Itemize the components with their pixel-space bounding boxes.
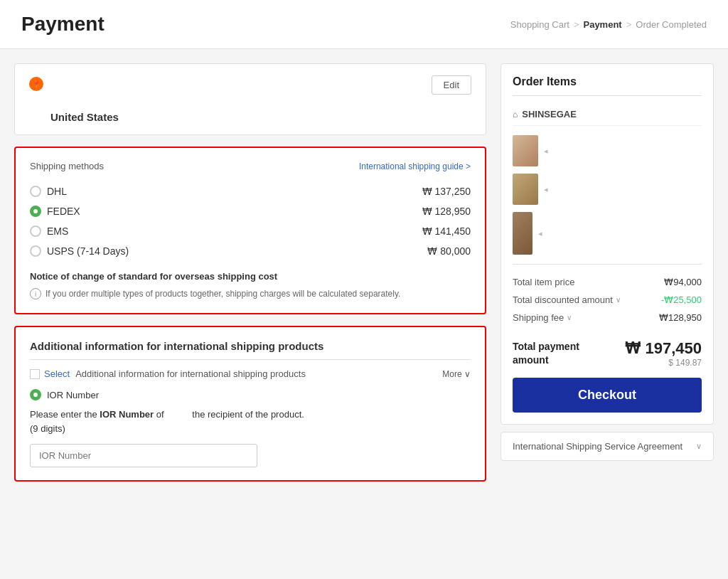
total-payment-label: Total paymentamount	[513, 340, 579, 368]
address-card: 📍 United States Edit	[14, 63, 486, 135]
price-row-total-item: Total item price ₩94,000	[513, 273, 702, 291]
page-title: Payment	[21, 13, 105, 36]
total-value-block: ₩ 197,450 $ 149.87	[625, 339, 702, 368]
select-checkbox[interactable]	[30, 369, 40, 379]
shipping-price-ems: ₩ 141,450	[422, 225, 471, 237]
product-thumb-2	[513, 174, 538, 205]
edit-button[interactable]: Edit	[432, 75, 471, 95]
notice-text: Notice of change of standard for oversea…	[30, 271, 471, 282]
additional-info-box: Additional information for international…	[14, 326, 486, 482]
ior-input[interactable]	[30, 444, 257, 467]
price-section: Total item price ₩94,000 Total discounte…	[513, 273, 702, 326]
select-label: Select	[44, 368, 70, 379]
price-row-discount: Total discounted amount ∨ -₩25,500	[513, 291, 702, 309]
address-left: 📍 United States	[29, 75, 119, 123]
shipping-label: Shipping methods	[30, 161, 104, 171]
shipping-option-fedex[interactable]: FEDEX ₩ 128,950	[30, 201, 471, 221]
shipping-fee-value: ₩128,950	[659, 312, 702, 323]
breadcrumb-shopping-cart[interactable]: Shopping Cart	[510, 19, 569, 30]
ior-option: IOR Number	[30, 389, 471, 400]
total-payment-row: Total paymentamount ₩ 197,450 $ 149.87	[513, 334, 702, 368]
shipping-option-dhl[interactable]: DHL ₩ 137,250	[30, 181, 471, 201]
ior-label: IOR Number	[47, 390, 99, 400]
total-usd: $ 149.87	[625, 358, 702, 368]
shipping-name-fedex: FEDEX	[47, 206, 80, 217]
total-krw: ₩ 197,450	[625, 339, 702, 358]
page-header: Payment Shopping Cart > Payment > Order …	[0, 0, 728, 49]
breadcrumb-order-completed[interactable]: Order Completed	[636, 19, 707, 30]
product-tick-1: ◂	[544, 147, 548, 156]
shipping-name-ems: EMS	[47, 225, 68, 237]
location-icon: 📍	[29, 77, 43, 91]
info-row: i If you order multiple types of product…	[30, 287, 471, 300]
product-thumb-3	[513, 212, 532, 255]
shipping-fee-label: Shipping fee ∨	[513, 312, 572, 323]
info-icon: i	[30, 288, 41, 299]
product-row-2: ◂	[513, 170, 702, 208]
total-discount-value: -₩25,500	[661, 294, 702, 305]
shipping-agreement[interactable]: International Shipping Service Agreement…	[500, 432, 714, 461]
shipping-methods-box: Shipping methods International shipping …	[14, 147, 486, 314]
breadcrumb: Shopping Cart > Payment > Order Complete…	[510, 19, 707, 30]
chevron-shipping[interactable]: ∨	[567, 314, 572, 322]
shipping-name-usps: USPS (7-14 Days)	[47, 245, 129, 257]
product-thumb-1	[513, 135, 538, 166]
additional-title: Additional information for international…	[30, 340, 471, 360]
shipping-price-dhl: ₩ 137,250	[422, 186, 471, 197]
product-tick-2: ◂	[544, 185, 548, 194]
price-row-shipping: Shipping fee ∨ ₩128,950	[513, 309, 702, 326]
product-tick-3: ◂	[538, 229, 542, 238]
address-info: United States	[50, 75, 119, 123]
radio-fedex[interactable]	[30, 206, 41, 217]
shipping-option-ems[interactable]: EMS ₩ 141,450	[30, 221, 471, 241]
ior-desc: Please enter the IOR Number of the recip…	[30, 408, 471, 435]
radio-usps[interactable]	[30, 245, 41, 257]
ior-digits: (9 digits)	[30, 423, 65, 434]
product-row-3: ◂	[513, 208, 702, 258]
right-panel: Order Items ⌂ SHINSEGAE ◂ ◂ ◂	[500, 63, 714, 482]
store-icon: ⌂	[513, 110, 518, 119]
total-item-price-label: Total item price	[513, 277, 574, 287]
total-item-price-value: ₩94,000	[664, 277, 702, 287]
checkout-button[interactable]: Checkout	[513, 378, 702, 413]
chevron-discount[interactable]: ∨	[616, 296, 621, 304]
radio-ior[interactable]	[30, 389, 41, 400]
info-text: If you order multiple types of products …	[46, 287, 400, 300]
shipping-name-dhl: DHL	[47, 186, 67, 197]
radio-ems[interactable]	[30, 225, 41, 237]
breadcrumb-sep-1: >	[574, 19, 579, 30]
store-name: SHINSEGAE	[522, 109, 577, 119]
breadcrumb-payment: Payment	[583, 19, 621, 30]
product-row-1: ◂	[513, 132, 702, 170]
order-card-title: Order Items	[513, 75, 702, 96]
radio-dhl[interactable]	[30, 186, 41, 197]
select-row: Select Additional information for intern…	[30, 368, 471, 379]
shipping-price-usps: ₩ 80,000	[427, 245, 471, 257]
select-sublabel: Additional information for international…	[75, 368, 306, 379]
country-label: United States	[50, 111, 119, 123]
intl-guide-link[interactable]: International shipping guide >	[359, 161, 471, 171]
total-discount-label: Total discounted amount ∨	[513, 294, 621, 305]
shipping-price-fedex: ₩ 128,950	[422, 206, 471, 217]
left-panel: 📍 United States Edit Shipping methods In…	[14, 63, 486, 482]
more-link[interactable]: More ∨	[442, 369, 471, 379]
ior-bold: IOR Number	[100, 409, 154, 420]
shipping-option-usps[interactable]: USPS (7-14 Days) ₩ 80,000	[30, 241, 471, 261]
main-content: 📍 United States Edit Shipping methods In…	[0, 49, 728, 496]
breadcrumb-sep-2: >	[626, 19, 632, 30]
chevron-agreement: ∨	[696, 442, 702, 451]
order-card: Order Items ⌂ SHINSEGAE ◂ ◂ ◂	[500, 63, 714, 425]
store-row: ⌂ SHINSEGAE	[513, 103, 702, 126]
product-rows: ◂ ◂ ◂	[513, 126, 702, 265]
shipping-agreement-label: International Shipping Service Agreement	[513, 441, 682, 452]
shipping-header: Shipping methods International shipping …	[30, 161, 471, 171]
